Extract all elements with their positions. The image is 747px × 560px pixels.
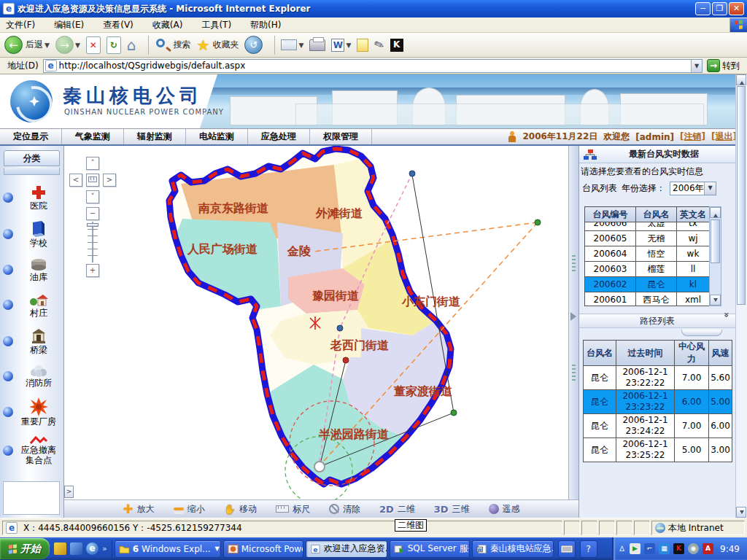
sidebar-item-school[interactable]: 学校 xyxy=(3,220,62,248)
k-plugin-button[interactable]: K xyxy=(390,35,403,55)
keyboard-layout-button[interactable] xyxy=(558,540,576,558)
forward-button[interactable]: → ▼ xyxy=(55,35,80,55)
ruler-tool[interactable]: 标尺 xyxy=(276,503,310,516)
tab-station-monitor[interactable]: 电站监测 xyxy=(186,129,248,144)
menu-favorites[interactable]: 收藏(A) xyxy=(152,19,183,31)
clear-tool[interactable]: 清除 xyxy=(329,503,360,516)
scroll-up-button[interactable] xyxy=(710,207,721,218)
tab-emergency-handle[interactable]: 应急处理 xyxy=(248,129,310,144)
address-url[interactable]: http://localhost/QSgridwebgis/default.as… xyxy=(59,61,691,71)
exit-link[interactable]: [退出] xyxy=(711,131,737,143)
splitter-tab[interactable] xyxy=(681,330,722,336)
address-input[interactable]: e http://localhost/QSgridwebgis/default.… xyxy=(43,59,703,73)
map-viewport[interactable]: 南京东路街道 外滩街道 人民广场街道 金陵 豫园街道 小东门街道 老西门街道 董… xyxy=(64,146,568,499)
collapse-chevron-icon[interactable]: » xyxy=(721,312,732,330)
scroll-down-button[interactable] xyxy=(736,507,746,518)
ie-quick-launch-icon[interactable]: e xyxy=(86,542,98,555)
search-button[interactable]: 搜索 xyxy=(155,35,191,55)
district-map[interactable]: 南京东路街道 外滩街道 人民广场街道 金陵 豫园街道 小东门街道 老西门街道 董… xyxy=(64,146,568,499)
mail-button[interactable]: ▼ xyxy=(281,35,303,55)
year-select[interactable]: 2006年 ▼ xyxy=(670,182,716,195)
help-button[interactable]: ? xyxy=(580,540,597,558)
zoom-in-step-button[interactable]: + xyxy=(86,264,99,277)
view-3d-tool[interactable]: 3D三维 xyxy=(434,503,470,516)
menu-view[interactable]: 查看(V) xyxy=(103,19,133,31)
typhoon-row[interactable]: 200603榴莲ll xyxy=(585,262,710,277)
sidebar-item-oil-depot[interactable]: 油库 xyxy=(3,257,62,282)
history-button[interactable]: ↺ xyxy=(244,35,263,55)
path-row[interactable]: 昆仑2006-12-1 23:22:227.005.60 xyxy=(584,366,732,390)
tray-antivirus-icon[interactable]: K xyxy=(673,543,684,554)
tray-expand-icon[interactable]: ∆ xyxy=(619,545,624,553)
tab-location-display[interactable]: 定位显示 xyxy=(0,129,62,144)
edit-word-button[interactable]: W▼ xyxy=(331,35,351,55)
scroll-down-button[interactable] xyxy=(710,295,721,306)
scroll-up-button[interactable] xyxy=(736,74,746,85)
year-dropdown-icon[interactable]: ▼ xyxy=(704,182,716,195)
quick-launch-icon[interactable] xyxy=(54,542,66,555)
path-splitter[interactable] xyxy=(579,328,735,337)
scroll-thumb[interactable] xyxy=(737,86,746,305)
zoom-in-tool[interactable]: ✚放大 xyxy=(123,503,154,516)
expand-panel-button[interactable]: > xyxy=(64,486,74,498)
tray-sql-icon[interactable]: ▶ xyxy=(630,543,640,554)
pan-left-button[interactable]: < xyxy=(69,174,82,187)
path-row[interactable]: 昆仑2006-12-1 23:25:225.003.00 xyxy=(584,438,732,462)
menu-help[interactable]: 帮助(H) xyxy=(250,19,281,31)
close-button[interactable]: ✕ xyxy=(729,2,744,15)
tray-network-icon[interactable]: ⌐ xyxy=(644,543,655,554)
task-sql-server[interactable]: SQL Server 服务... xyxy=(390,540,470,558)
path-row[interactable]: 昆仑2006-12-1 23:23:226.005.00 xyxy=(584,390,732,414)
sidebar-item-assembly-point[interactable]: 应急撤离集合点 xyxy=(3,436,62,465)
tab-weather-monitor[interactable]: 气象监测 xyxy=(62,129,124,144)
address-dropdown-icon[interactable]: ▼ xyxy=(691,60,702,72)
sidebar-item-bridge[interactable]: 桥梁 xyxy=(3,327,62,355)
taskbar-clock[interactable]: 9:49 xyxy=(720,544,740,554)
window-titlebar[interactable]: e 欢迎进入应急资源及决策信息显示系统 - Microsoft Internet… xyxy=(0,0,747,18)
maximize-button[interactable]: ❐ xyxy=(712,2,727,15)
refresh-button[interactable]: ↻ xyxy=(107,35,121,55)
scroll-thumb[interactable] xyxy=(711,219,720,263)
task-ie-current[interactable]: e 欢迎进入应急资... xyxy=(306,540,387,558)
path-row[interactable]: 昆仑2006-12-1 23:24:227.006.00 xyxy=(584,414,732,438)
typhoon-row[interactable]: 200605无稽wj xyxy=(585,231,710,246)
pan-right-button[interactable]: > xyxy=(103,174,116,187)
print-button[interactable] xyxy=(309,35,325,55)
typhoon-row[interactable]: 200601西马仑xml xyxy=(585,292,710,307)
tray-volume-icon[interactable]: ◉ xyxy=(688,543,699,554)
tray-grid-icon[interactable]: ▦ xyxy=(659,543,670,554)
path-table[interactable]: 台风名 过去时间 中心风力 风速 昆仑2006-12-1 23:22:227.0… xyxy=(583,340,732,462)
typhoon-panel-header[interactable]: 最新台风实时数据 xyxy=(579,146,735,163)
quick-launch-icon[interactable] xyxy=(70,542,82,555)
back-button[interactable]: ← 后退 ▼ xyxy=(4,35,50,55)
pan-up-button[interactable]: ˄ xyxy=(86,157,99,170)
zoom-out-step-button[interactable]: − xyxy=(86,207,99,220)
home-button[interactable]: ⌂ xyxy=(127,35,136,55)
logout-link[interactable]: [注销] xyxy=(680,131,705,143)
messenger-button[interactable]: ✎ xyxy=(374,35,384,55)
zoom-slider-thumb[interactable] xyxy=(87,223,98,227)
tab-radiation-monitor[interactable]: 辐射监测 xyxy=(124,129,186,144)
path-list-header[interactable]: 路径列表 » xyxy=(579,314,735,328)
pan-tool[interactable]: ✋移动 xyxy=(224,503,257,516)
mail-dropdown-icon[interactable]: ▼ xyxy=(298,42,303,49)
notes-button[interactable] xyxy=(357,35,368,55)
zoom-slider[interactable] xyxy=(86,222,99,262)
tray-ati-icon[interactable]: A xyxy=(703,543,713,554)
back-dropdown-icon[interactable]: ▼ xyxy=(44,42,50,49)
favorites-button[interactable]: ★ 收藏夹 xyxy=(197,35,239,55)
pan-down-button[interactable]: ˅ xyxy=(86,190,99,203)
zoom-out-tool[interactable]: 缩小 xyxy=(174,503,205,516)
start-button[interactable]: 开始 xyxy=(0,538,50,559)
task-word-document[interactable]: W 秦山核电站应急... xyxy=(472,540,554,558)
menu-tools[interactable]: 工具(T) xyxy=(201,19,231,31)
task-windows-explorer-group[interactable]: 6 Windows Expl... ▼ xyxy=(115,540,221,558)
edit-dropdown-icon[interactable]: ▼ xyxy=(346,42,351,49)
page-scrollbar[interactable] xyxy=(735,74,747,518)
typhoon-row[interactable]: 200604悟空wk xyxy=(585,246,710,262)
tab-permission-manage[interactable]: 权限管理 xyxy=(310,129,372,144)
sidebar-item-fire-station[interactable]: 消防所 xyxy=(3,365,62,388)
task-group-dropdown-icon[interactable]: ▼ xyxy=(215,545,220,552)
typhoon-table-scrollbar[interactable] xyxy=(709,206,721,306)
panel-splitter[interactable] xyxy=(568,146,578,499)
